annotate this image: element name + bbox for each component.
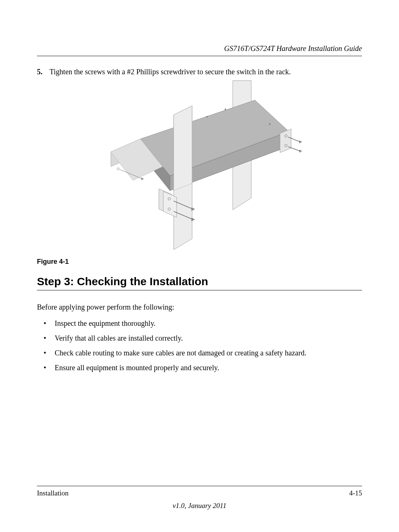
section-rule: [37, 290, 362, 290]
page-footer: Installation 4-15 v1.0, January 2011: [37, 486, 362, 510]
section-intro: Before applying power perform the follow…: [37, 303, 362, 311]
svg-marker-16: [299, 150, 302, 153]
svg-marker-25: [141, 177, 144, 180]
svg-marker-8: [174, 106, 192, 250]
footer-version: v1.0, January 2011: [37, 502, 362, 510]
svg-marker-14: [299, 140, 302, 143]
svg-marker-20: [191, 207, 195, 211]
step-number: 5.: [37, 66, 50, 77]
footer-rule: [37, 486, 362, 486]
page: GS716T/GS724T Hardware Installation Guid…: [0, 0, 399, 532]
footer-page-number: 4-15: [349, 489, 362, 497]
footer-section: Installation: [37, 489, 68, 497]
bullet-list: Inspect the equipment thoroughly. Verify…: [37, 317, 362, 374]
figure-caption: Figure 4-1: [37, 258, 362, 266]
svg-point-23: [117, 168, 119, 170]
svg-line-15: [288, 147, 300, 151]
svg-point-27: [269, 123, 270, 125]
header-rule: [37, 56, 362, 56]
list-item: Check cable routing to make sure cables …: [37, 347, 362, 359]
rack-mount-illustration-icon: [96, 80, 303, 251]
numbered-step: 5. Tighten the screws with a #2 Phillips…: [37, 66, 362, 77]
list-item: Ensure all equipment is mounted properly…: [37, 362, 362, 374]
list-item: Verify that all cables are installed cor…: [37, 332, 362, 344]
step-text: Tighten the screws with a #2 Phillips sc…: [50, 66, 362, 77]
list-item: Inspect the equipment thoroughly.: [37, 317, 362, 329]
figure: [37, 80, 362, 251]
svg-point-26: [225, 109, 226, 110]
section-heading: Step 3: Checking the Installation: [37, 275, 362, 288]
svg-marker-22: [191, 218, 195, 221]
running-head: GS716T/GS724T Hardware Installation Guid…: [37, 44, 362, 53]
svg-point-28: [206, 116, 208, 117]
